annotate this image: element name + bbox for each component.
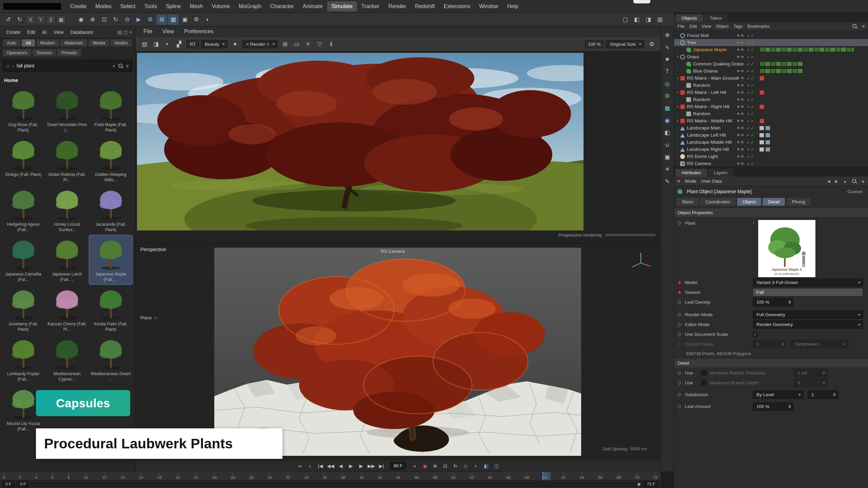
clear-search-icon[interactable]: × (112, 63, 115, 69)
plant-expander-icon[interactable]: › (753, 220, 754, 225)
enable-checkmarks[interactable]: ✓✓ (747, 33, 755, 38)
panel-menu-icon[interactable]: ≡ (129, 29, 132, 35)
next-frame-button[interactable]: ▶ (356, 462, 366, 470)
keyframe-dot[interactable] (677, 323, 681, 326)
redo-icon[interactable]: ↻ (14, 15, 25, 25)
range-current-field[interactable]: 0 F (17, 481, 29, 487)
expander-icon[interactable]: ▾ (675, 55, 680, 59)
keyframe-dot[interactable] (677, 281, 681, 284)
visibility-dots[interactable] (737, 113, 744, 115)
render-view-menu-item[interactable]: File (139, 26, 157, 37)
subdivision-surface-icon[interactable]: ◎ (662, 79, 673, 89)
visibility-dots[interactable] (737, 105, 744, 108)
compare-ab-icon[interactable]: ◐ (162, 39, 173, 49)
object-manager-menu-item[interactable]: Bookmarks (747, 24, 769, 29)
record-pla-toggle[interactable]: ≈ (471, 462, 480, 470)
keyframe-dot[interactable] (677, 405, 681, 408)
enable-checkmarks[interactable]: ✓✓ (747, 147, 755, 152)
record-keyframe-button[interactable]: ● (410, 462, 419, 470)
object-manager-menu-item[interactable]: Tags (733, 24, 743, 29)
custom-preset-label[interactable]: Custom (847, 189, 865, 194)
min-branch-use-checkbox[interactable] (701, 370, 706, 375)
playback-sound-icon[interactable]: ♪ (305, 462, 315, 470)
plant-asset[interactable]: Kentia Palm (Fall, Plant) (89, 285, 132, 334)
plant-asset[interactable]: Japanese Larch (Fall, ... (45, 235, 88, 284)
user-data-menu[interactable]: User Data (701, 179, 722, 184)
keyframe-dot[interactable] (677, 332, 681, 336)
plant-asset[interactable]: Ginkgo (Fall, Plant) (2, 136, 45, 185)
search-icon[interactable] (118, 63, 123, 68)
magnet-tool-icon[interactable]: ∪ (662, 140, 673, 150)
record-rotation-toggle[interactable]: ↻ (451, 462, 460, 470)
record-parameter-toggle[interactable]: ◇ (461, 462, 470, 470)
object-tags[interactable] (760, 68, 804, 74)
keyframe-dot[interactable] (677, 371, 681, 375)
material-override-icon[interactable]: ● (230, 39, 240, 49)
plant-asset[interactable]: Globe Robinia (Fall, Pl... (45, 136, 88, 185)
enable-checkmarks[interactable]: ✓✓ (747, 104, 755, 109)
model-dropdown[interactable]: Variant 3 Full-Grown (753, 278, 863, 287)
timeline-ruler[interactable]: 0246810121416182022242628303234363840424… (0, 471, 660, 480)
visibility-dots[interactable] (737, 162, 744, 165)
boole-icon[interactable]: ◧ (662, 127, 673, 138)
asset-filter-tab[interactable]: All (22, 39, 35, 46)
current-frame-field[interactable]: 60 F (390, 462, 406, 470)
prev-key-button[interactable]: ◀◀ (326, 462, 335, 470)
visibility-dots[interactable] (737, 148, 744, 150)
aov-list-icon[interactable]: ≡ (303, 39, 314, 49)
render-view-menu-item[interactable]: View (158, 26, 178, 37)
camera-object-icon[interactable]: ▣ (662, 152, 673, 162)
asset-filter-tab[interactable]: Nodes (111, 39, 132, 46)
range-slider[interactable] (32, 482, 642, 487)
visibility-dots[interactable] (737, 127, 744, 129)
visibility-dots[interactable] (737, 77, 744, 79)
detail-header[interactable]: Detail (674, 359, 868, 367)
object-tags[interactable] (760, 47, 854, 52)
cube-primitive-icon[interactable]: ■ (662, 54, 673, 64)
menubar-item[interactable]: Redshift (411, 1, 439, 12)
enable-checkmarks[interactable]: ✓✓ (747, 47, 755, 52)
expander-icon[interactable]: ▾ (675, 41, 680, 44)
plant-preview-image[interactable]: Japanese Maple 3 (Acer palmatum) (758, 220, 816, 278)
object-tree-row[interactable]: Random ✓✓ (674, 82, 868, 89)
object-tree-row[interactable]: Landscape Main ✓✓ (674, 124, 868, 131)
zoom-fit-icon[interactable]: ⊞ (280, 39, 291, 49)
material-pencil-icon[interactable]: ✎ (662, 176, 673, 186)
attribute-section-tab[interactable]: Coordinates (700, 198, 736, 206)
menubar-item[interactable]: Character (266, 1, 298, 12)
history-back-icon[interactable]: ◀ (827, 179, 830, 184)
plant-asset[interactable]: Honey Locust 'Sunbur... (45, 185, 88, 235)
move-tool-icon[interactable]: ⊕ (662, 30, 673, 40)
subdivision-level-field[interactable]: 1 (808, 390, 838, 399)
attribute-manager-tab[interactable]: Layers (708, 169, 734, 177)
history-forward-icon[interactable]: ▶ (835, 179, 838, 184)
render-mode-dropdown[interactable]: Full Geometry (753, 310, 863, 319)
max-branch-use-checkbox[interactable] (701, 380, 706, 385)
search-filter-icon[interactable]: ≡ (126, 63, 129, 69)
live-selection-tool[interactable]: ◉ (76, 15, 86, 25)
enable-checkmarks[interactable]: ✓✓ (747, 97, 755, 102)
region-render-icon[interactable]: ▭ (291, 39, 302, 49)
leaf-density-field[interactable]: 100 % (753, 298, 793, 306)
visibility-dots[interactable] (737, 56, 744, 58)
interactive-render-button[interactable]: ◐ (202, 15, 213, 25)
range-start-field[interactable]: 0 F (2, 481, 15, 487)
keyframe-dot[interactable] (677, 221, 681, 225)
image-history-icon[interactable]: ▤ (139, 39, 150, 49)
use-document-scale-checkbox[interactable] (753, 332, 758, 337)
object-manager-menu-item[interactable]: Object (716, 24, 729, 29)
plant-asset[interactable]: Hedgehog Agave (Fall... (2, 185, 45, 235)
object-tree-row[interactable]: ▾ Grass ✓✓ (674, 53, 868, 60)
scale-tool[interactable]: ⊡ (99, 15, 110, 25)
editor-mode-dropdown[interactable]: Render Geometry (753, 320, 863, 329)
object-tree-row[interactable]: Random ✓✓ (674, 96, 868, 103)
rt-button[interactable]: RT (186, 40, 199, 48)
object-properties-header[interactable]: Object Properties (674, 208, 868, 217)
enable-checkmarks[interactable]: ✓✓ (747, 161, 755, 166)
enable-checkmarks[interactable]: ✓✓ (747, 83, 755, 88)
object-tags[interactable] (760, 61, 804, 66)
object-tags[interactable] (760, 140, 772, 144)
menubar-item[interactable]: Tracker (357, 1, 384, 12)
simulate-settings-button[interactable]: ⚙ (145, 15, 156, 25)
plant-asset[interactable]: Kanzan Cherry (Fall, Pl... (45, 285, 88, 334)
